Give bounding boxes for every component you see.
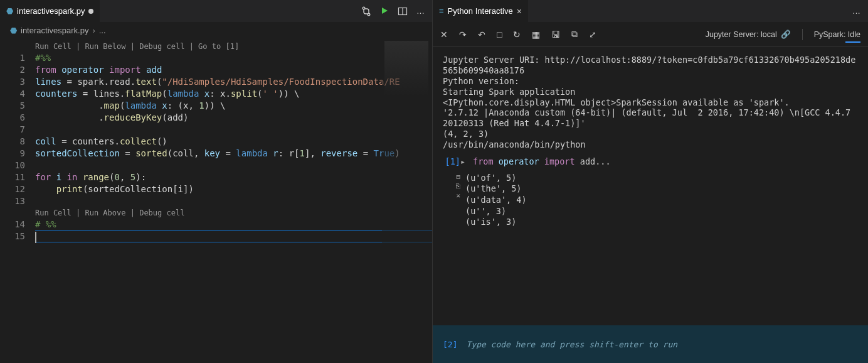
cell-1: [1] ▸ from operator import add... bbox=[443, 156, 858, 166]
breadcrumb-trail: ... bbox=[99, 26, 106, 35]
split-editor-icon[interactable] bbox=[398, 6, 408, 16]
code-line[interactable]: counters = lines.flatMap(lambda x: x.spl… bbox=[35, 88, 432, 100]
separator bbox=[802, 29, 803, 40]
cell-output-icons: ⊟ ⎘ ✕ bbox=[443, 173, 460, 228]
cell-1-output: ⊟ ⎘ ✕ (u'of', 5) (u'the', 5) (u'data', 4… bbox=[443, 173, 858, 228]
editor-tab-bar: ⬣ interactivespark.py … bbox=[0, 0, 432, 22]
codelens[interactable]: Run Cell | Run Below | Debug cell | Go t… bbox=[35, 41, 432, 52]
code-line[interactable]: .reduceByKey(add) bbox=[35, 112, 432, 124]
interactive-tab[interactable]: ≡ Python Interactive × bbox=[433, 0, 528, 22]
interactive-input[interactable]: [2] Type code here and press shift-enter… bbox=[433, 325, 868, 363]
interactive-output: Jupyter Server URI: http://localhost:888… bbox=[433, 47, 868, 325]
code-line[interactable]: #%% bbox=[35, 52, 432, 64]
link-icon: 🔗 bbox=[781, 30, 791, 39]
python-file-icon: ⬣ bbox=[6, 6, 13, 16]
cell-code: from operator import add... bbox=[473, 156, 858, 166]
more-actions-icon[interactable]: … bbox=[852, 6, 860, 16]
code-line[interactable]: .map(lambda x: (x, 1)) \ bbox=[35, 100, 432, 112]
cell-prompt: [1] bbox=[445, 156, 460, 166]
modified-dot-icon bbox=[88, 9, 93, 14]
code-line-current[interactable] bbox=[35, 230, 432, 242]
code-line[interactable]: print(sortedCollection[i]) bbox=[35, 183, 432, 195]
copy-icon[interactable]: ⎘ bbox=[456, 182, 460, 190]
python-file-icon: ⬣ bbox=[10, 26, 17, 35]
editor-tab-active[interactable]: ⬣ interactivespark.py bbox=[0, 0, 100, 22]
variables-icon[interactable]: ▦ bbox=[532, 30, 540, 40]
more-actions-icon[interactable]: … bbox=[416, 6, 425, 16]
interactive-icon: ≡ bbox=[439, 6, 444, 16]
breadcrumb[interactable]: ⬣ interactivespark.py › ... bbox=[0, 22, 432, 38]
pyspark-status[interactable]: PySpark: Idle bbox=[814, 30, 860, 39]
git-compare-icon[interactable] bbox=[361, 6, 371, 16]
code-line[interactable] bbox=[35, 160, 432, 171]
code-line[interactable]: # %% bbox=[35, 219, 432, 230]
interactive-tab-actions: … bbox=[852, 6, 868, 16]
editor-panel: ⬣ interactivespark.py … ⬣ interactivespa… bbox=[0, 0, 433, 363]
close-icon[interactable]: × bbox=[517, 6, 522, 16]
editor-tab-actions: … bbox=[361, 6, 432, 16]
code-line[interactable]: coll = counters.collect() bbox=[35, 136, 432, 148]
line-number-gutter: 1234567 8910111213 1415 bbox=[0, 38, 35, 363]
collapse-icon[interactable]: ⊟ bbox=[456, 173, 460, 181]
code-line[interactable] bbox=[35, 195, 432, 207]
code-editor[interactable]: 1234567 8910111213 1415 Run Cell | Run B… bbox=[0, 38, 432, 363]
jupyter-server-status[interactable]: Jupyter Server: local 🔗 bbox=[706, 30, 791, 39]
codelens[interactable]: Run Cell | Run Above | Debug cell bbox=[35, 207, 432, 219]
redo-icon[interactable]: ↷ bbox=[459, 30, 467, 40]
interactive-tab-bar: ≡ Python Interactive × … bbox=[433, 0, 868, 22]
code-line[interactable]: lines = spark.read.text("/HdiSamples/Hdi… bbox=[35, 76, 432, 88]
close-icon[interactable]: ✕ bbox=[456, 192, 460, 200]
export-icon[interactable]: ⧉ bbox=[571, 29, 578, 40]
input-prompt: [2] bbox=[443, 340, 457, 349]
interactive-toolbar: ✕ ↷ ↶ □ ↻ ▦ 🖫 ⧉ ⤢ Jupyter Server: local … bbox=[433, 22, 868, 47]
cell-output-text: (u'of', 5) (u'the', 5) (u'data', 4) (u''… bbox=[460, 173, 858, 228]
code-line[interactable]: from operator import add bbox=[35, 64, 432, 76]
input-placeholder: Type code here and press shift-enter to … bbox=[466, 340, 677, 349]
run-icon[interactable] bbox=[380, 6, 389, 16]
code-line[interactable]: sortedCollection = sorted(coll, key = la… bbox=[35, 148, 432, 160]
minimap[interactable] bbox=[382, 38, 432, 363]
code-line[interactable] bbox=[35, 124, 432, 136]
cancel-icon[interactable]: ✕ bbox=[440, 30, 448, 40]
stop-icon[interactable]: □ bbox=[497, 30, 502, 40]
chevron-right-icon: › bbox=[92, 26, 95, 35]
stdout-block: Jupyter Server URI: http://localhost:888… bbox=[443, 55, 858, 150]
breadcrumb-file: interactivespark.py bbox=[21, 26, 88, 35]
save-icon[interactable]: 🖫 bbox=[551, 30, 560, 40]
interactive-tab-label: Python Interactive bbox=[448, 6, 513, 16]
svg-point-1 bbox=[368, 13, 370, 16]
expand-icon[interactable]: ⤢ bbox=[589, 30, 596, 40]
code-line[interactable]: for i in range(0, 5): bbox=[35, 171, 432, 183]
editor-tab-filename: interactivespark.py bbox=[17, 6, 85, 16]
code-content[interactable]: Run Cell | Run Below | Debug cell | Go t… bbox=[35, 38, 432, 363]
interactive-panel: ≡ Python Interactive × … ✕ ↷ ↶ □ ↻ ▦ 🖫 ⧉… bbox=[433, 0, 868, 363]
svg-point-0 bbox=[363, 7, 365, 9]
undo-icon[interactable]: ↶ bbox=[478, 30, 485, 40]
restart-icon[interactable]: ↻ bbox=[513, 30, 521, 40]
